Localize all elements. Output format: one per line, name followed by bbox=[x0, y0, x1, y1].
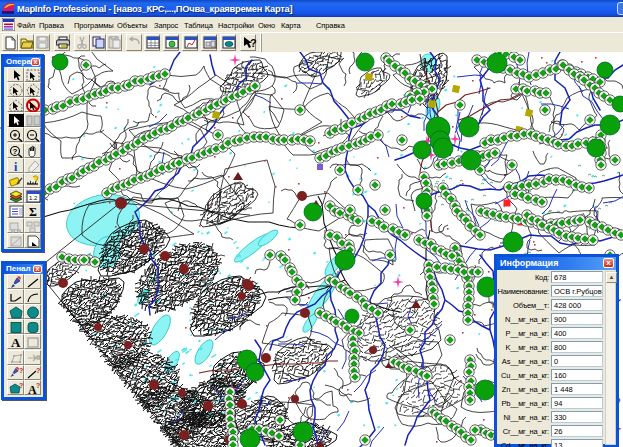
svg-text:?: ? bbox=[13, 147, 18, 156]
svg-text:Σ: Σ bbox=[29, 205, 37, 219]
svg-text:?: ? bbox=[250, 37, 257, 49]
svg-text:?: ? bbox=[19, 382, 23, 389]
svg-text:A: A bbox=[11, 335, 21, 350]
svg-text:1.2: 1.2 bbox=[29, 195, 38, 201]
svg-text:?: ? bbox=[36, 367, 40, 374]
svg-text:i: i bbox=[14, 160, 18, 174]
svg-text:?: ? bbox=[36, 382, 40, 389]
svg-text:?: ? bbox=[19, 367, 23, 374]
